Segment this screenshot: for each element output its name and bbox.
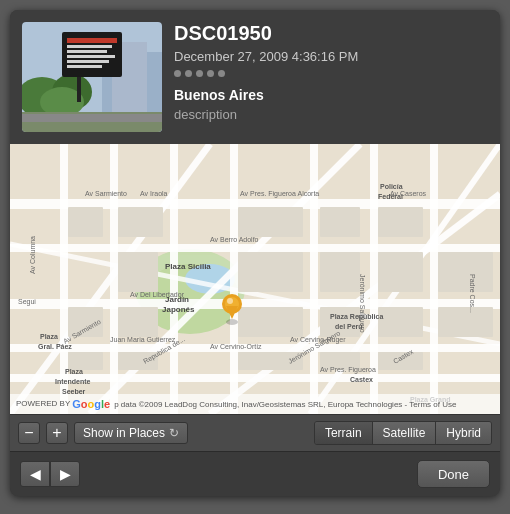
photo-date: December 27, 2009 4:36:16 PM [174, 49, 488, 64]
svg-text:Policía: Policía [380, 183, 403, 190]
svg-rect-8 [67, 38, 117, 43]
svg-text:Av Pres. Figueroa Alcorta: Av Pres. Figueroa Alcorta [240, 190, 319, 198]
svg-rect-50 [320, 307, 360, 337]
dot-1 [174, 70, 181, 77]
previous-button[interactable]: ◀ [20, 461, 50, 487]
svg-text:Federal: Federal [378, 193, 403, 200]
map-container[interactable]: Av Iraola Av Sarmiento Av Pres. Figueroa… [10, 144, 500, 414]
svg-rect-37 [68, 207, 103, 237]
nav-button-group: ◀ ▶ [20, 461, 80, 487]
svg-rect-15 [22, 114, 162, 122]
svg-rect-42 [118, 252, 158, 292]
photo-title: DSC01950 [174, 22, 488, 45]
map-copyright-bar: POWERED BY Google p data ©2009 LeadDog C… [10, 394, 500, 414]
svg-text:Av Sarmiento: Av Sarmiento [85, 190, 127, 197]
svg-rect-13 [67, 65, 102, 68]
svg-text:Gral. Páez: Gral. Páez [38, 343, 72, 350]
map-controls-bar: − + Show in Places ↻ Terrain Satellite H… [10, 414, 500, 451]
svg-text:Av Cervino-Ortíz: Av Cervino-Ortíz [210, 343, 262, 350]
svg-text:Intendente: Intendente [55, 378, 90, 385]
svg-rect-38 [118, 207, 163, 237]
next-button[interactable]: ▶ [50, 461, 80, 487]
svg-text:Castex: Castex [350, 376, 373, 383]
svg-text:Av Pres. Figueroa: Av Pres. Figueroa [320, 366, 376, 374]
svg-rect-44 [320, 252, 360, 292]
dot-2 [185, 70, 192, 77]
svg-rect-39 [238, 207, 303, 237]
zoom-in-button[interactable]: + [46, 422, 68, 444]
svg-rect-48 [118, 307, 158, 337]
svg-rect-30 [370, 144, 378, 414]
svg-text:Av Iraola: Av Iraola [140, 190, 168, 197]
show-in-places-label: Show in Places [83, 426, 165, 440]
svg-rect-41 [378, 207, 423, 237]
svg-text:Juan Maria Gutierrez: Juan Maria Gutierrez [110, 336, 176, 343]
svg-rect-12 [67, 60, 109, 63]
svg-text:Plaza Sicilia: Plaza Sicilia [165, 262, 211, 271]
svg-text:Plaza República: Plaza República [330, 313, 383, 321]
show-in-places-arrow-icon: ↻ [169, 426, 179, 440]
satellite-button[interactable]: Satellite [373, 422, 437, 444]
description-label: description [174, 107, 488, 122]
zoom-out-button[interactable]: − [18, 422, 40, 444]
rating-dots [174, 70, 488, 77]
svg-rect-45 [378, 252, 423, 292]
location-label: Buenos Aires [174, 87, 488, 103]
svg-text:Padre Cos...: Padre Cos... [469, 274, 476, 313]
terrain-button[interactable]: Terrain [315, 422, 373, 444]
info-section: DSC01950 December 27, 2009 4:36:16 PM Bu… [10, 10, 500, 144]
hybrid-button[interactable]: Hybrid [436, 422, 491, 444]
svg-text:Segui: Segui [18, 298, 36, 306]
google-logo: POWERED BY Google [16, 398, 110, 410]
powered-by-text: POWERED BY [16, 400, 70, 408]
svg-text:Jardín: Jardín [165, 295, 189, 304]
svg-rect-10 [67, 50, 107, 53]
svg-text:Japonés: Japonés [162, 305, 195, 314]
info-content: DSC01950 December 27, 2009 4:36:16 PM Bu… [174, 22, 488, 132]
svg-point-90 [226, 319, 238, 325]
svg-rect-52 [438, 307, 493, 337]
svg-text:Plaza: Plaza [65, 368, 83, 375]
svg-point-93 [227, 298, 233, 304]
svg-text:del Perú: del Perú [335, 323, 363, 330]
main-panel: DSC01950 December 27, 2009 4:36:16 PM Bu… [10, 10, 500, 496]
dot-3 [196, 70, 203, 77]
svg-text:Av Berro Adolfo: Av Berro Adolfo [210, 236, 259, 243]
show-in-places-button[interactable]: Show in Places ↻ [74, 422, 188, 444]
action-bar: ◀ ▶ Done [10, 451, 500, 496]
map-type-group: Terrain Satellite Hybrid [314, 421, 492, 445]
dot-5 [218, 70, 225, 77]
svg-rect-51 [378, 307, 423, 337]
done-button[interactable]: Done [417, 460, 490, 488]
svg-rect-43 [238, 252, 303, 292]
copyright-text: p data ©2009 LeadDog Consulting, Inav/Ge… [114, 400, 456, 409]
svg-text:Plaza: Plaza [40, 333, 58, 340]
svg-rect-9 [67, 45, 112, 48]
svg-rect-28 [230, 144, 238, 414]
svg-rect-11 [67, 55, 115, 58]
dot-4 [207, 70, 214, 77]
svg-rect-31 [430, 144, 438, 414]
svg-text:Av Columna: Av Columna [29, 236, 36, 274]
svg-rect-40 [320, 207, 360, 237]
svg-rect-49 [238, 307, 303, 337]
photo-thumbnail [22, 22, 162, 132]
svg-rect-46 [438, 252, 493, 292]
